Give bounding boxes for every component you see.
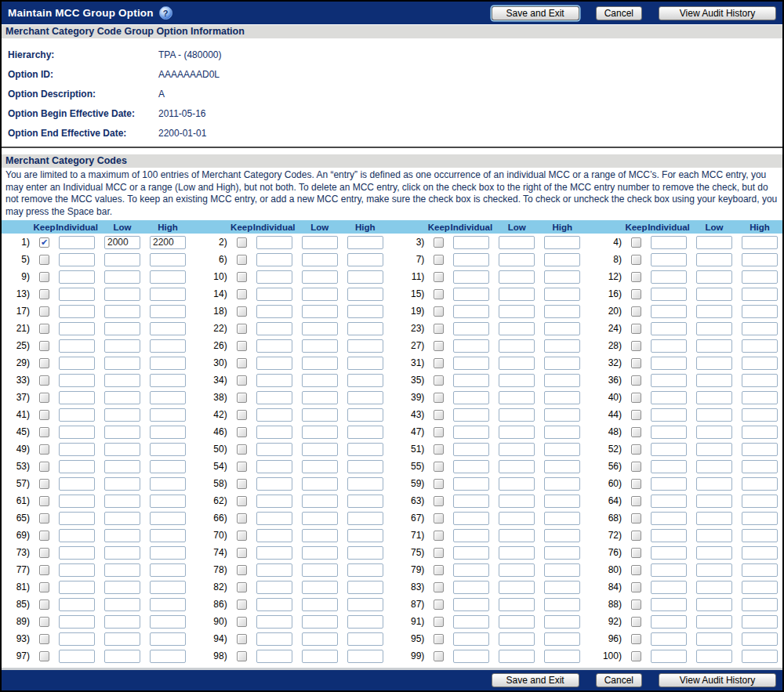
keep-checkbox[interactable] <box>434 617 444 627</box>
high-input[interactable] <box>742 563 778 577</box>
low-input[interactable] <box>499 495 535 508</box>
low-input[interactable] <box>104 650 140 663</box>
low-input[interactable] <box>302 546 338 560</box>
individual-input[interactable] <box>256 253 292 266</box>
high-input[interactable] <box>150 581 186 594</box>
keep-checkbox[interactable] <box>434 341 444 351</box>
individual-input[interactable] <box>651 288 687 301</box>
keep-checkbox[interactable] <box>631 513 641 524</box>
low-input[interactable] <box>696 357 732 370</box>
keep-checkbox[interactable] <box>631 427 641 437</box>
individual-input[interactable] <box>651 546 687 560</box>
keep-checkbox[interactable] <box>39 462 49 472</box>
low-input[interactable] <box>696 322 732 335</box>
individual-input[interactable] <box>453 477 489 491</box>
individual-input[interactable] <box>453 253 489 266</box>
keep-checkbox[interactable] <box>631 410 641 420</box>
individual-input[interactable] <box>256 322 292 335</box>
individual-input[interactable] <box>651 512 687 525</box>
high-input[interactable] <box>544 477 580 491</box>
keep-checkbox[interactable] <box>434 358 444 368</box>
keep-checkbox[interactable] <box>237 375 247 386</box>
high-input[interactable] <box>544 632 580 646</box>
individual-input[interactable] <box>59 236 95 249</box>
high-input[interactable] <box>544 339 580 353</box>
view-audit-history-button-top[interactable]: View Audit History <box>659 6 776 20</box>
low-input[interactable] <box>104 426 140 439</box>
low-input[interactable] <box>104 322 140 335</box>
help-icon[interactable]: ? <box>159 6 172 20</box>
individual-input[interactable] <box>256 529 292 542</box>
high-input[interactable] <box>742 529 778 542</box>
high-input[interactable] <box>347 581 383 594</box>
individual-input[interactable] <box>59 443 95 456</box>
keep-checkbox[interactable] <box>434 582 444 592</box>
keep-checkbox[interactable] <box>237 634 247 644</box>
keep-checkbox[interactable] <box>434 427 444 437</box>
high-input[interactable] <box>742 391 778 404</box>
high-input[interactable] <box>544 270 580 284</box>
individual-input[interactable] <box>256 391 292 404</box>
individual-input[interactable] <box>256 477 292 491</box>
low-input[interactable] <box>104 391 140 404</box>
low-input[interactable] <box>302 495 338 508</box>
high-input[interactable] <box>544 426 580 439</box>
high-input[interactable] <box>347 460 383 473</box>
low-input[interactable] <box>696 477 732 491</box>
individual-input[interactable] <box>651 460 687 473</box>
individual-input[interactable] <box>59 460 95 473</box>
low-input[interactable] <box>499 615 535 629</box>
low-input[interactable] <box>302 529 338 542</box>
high-input[interactable] <box>544 305 580 318</box>
high-input[interactable] <box>347 374 383 387</box>
high-input[interactable] <box>742 305 778 318</box>
individual-input[interactable] <box>453 357 489 370</box>
keep-checkbox[interactable] <box>434 410 444 420</box>
individual-input[interactable] <box>59 529 95 542</box>
individual-input[interactable] <box>651 253 687 266</box>
individual-input[interactable] <box>256 650 292 663</box>
keep-checkbox[interactable] <box>434 462 444 472</box>
keep-checkbox[interactable] <box>237 513 247 524</box>
low-input[interactable] <box>696 581 732 594</box>
low-input[interactable] <box>302 460 338 473</box>
low-input[interactable] <box>499 443 535 456</box>
keep-checkbox[interactable] <box>631 565 641 575</box>
keep-checkbox[interactable] <box>631 375 641 386</box>
individual-input[interactable] <box>651 495 687 508</box>
individual-input[interactable] <box>453 236 489 249</box>
high-input[interactable] <box>544 408 580 422</box>
high-input[interactable] <box>150 443 186 456</box>
keep-checkbox[interactable] <box>434 393 444 403</box>
high-input[interactable] <box>347 288 383 301</box>
high-input[interactable] <box>150 632 186 646</box>
low-input[interactable] <box>696 495 732 508</box>
low-input[interactable] <box>696 632 732 646</box>
high-input[interactable] <box>347 563 383 577</box>
keep-checkbox[interactable] <box>39 289 49 299</box>
high-input[interactable] <box>347 477 383 491</box>
individual-input[interactable] <box>453 374 489 387</box>
high-input[interactable] <box>150 339 186 353</box>
low-input[interactable] <box>499 632 535 646</box>
individual-input[interactable] <box>651 615 687 629</box>
individual-input[interactable] <box>651 563 687 577</box>
low-input[interactable] <box>696 546 732 560</box>
individual-input[interactable] <box>256 563 292 577</box>
low-input[interactable] <box>104 443 140 456</box>
keep-checkbox[interactable] <box>434 651 444 661</box>
individual-input[interactable] <box>59 253 95 266</box>
high-input[interactable] <box>150 563 186 577</box>
keep-checkbox[interactable] <box>39 306 49 317</box>
keep-checkbox[interactable] <box>39 255 49 265</box>
keep-checkbox[interactable] <box>434 272 444 282</box>
keep-checkbox[interactable] <box>39 444 49 455</box>
keep-checkbox[interactable] <box>39 393 49 403</box>
high-input[interactable] <box>742 374 778 387</box>
individual-input[interactable] <box>453 305 489 318</box>
individual-input[interactable] <box>256 632 292 646</box>
low-input[interactable] <box>696 650 732 663</box>
high-input[interactable] <box>544 581 580 594</box>
low-input[interactable] <box>104 495 140 508</box>
low-input[interactable] <box>104 581 140 594</box>
